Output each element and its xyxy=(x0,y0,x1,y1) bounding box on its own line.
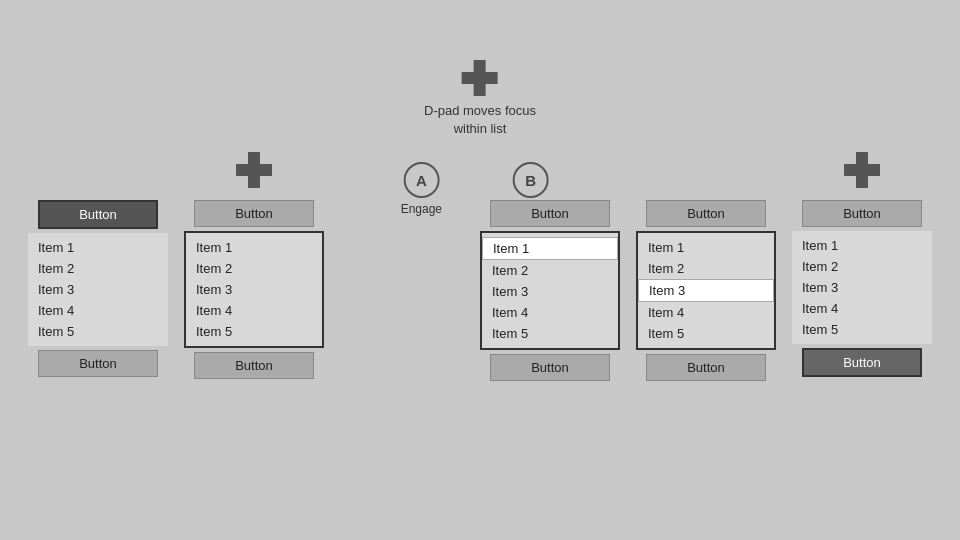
list-item[interactable]: Item 5 xyxy=(792,319,932,340)
list-item[interactable]: Item 4 xyxy=(186,300,322,321)
panel2-bottom-button[interactable]: Button xyxy=(194,352,314,379)
panel5-list: Item 1 Item 2 Item 3 Item 4 Item 5 xyxy=(792,231,932,344)
info-text: D-pad moves focuswithin list xyxy=(424,102,536,138)
panel3-list: Item 1 Item 2 Item 3 Item 4 Item 5 xyxy=(480,231,620,350)
list-item[interactable]: Item 2 xyxy=(792,256,932,277)
list-item[interactable]: Item 4 xyxy=(792,298,932,319)
panel-5: Button Item 1 Item 2 Item 3 Item 4 Item … xyxy=(792,150,932,377)
panel2-list: Item 1 Item 2 Item 3 Item 4 Item 5 xyxy=(184,231,324,348)
panel5-icon xyxy=(844,150,880,190)
list-item[interactable]: Item 2 xyxy=(482,260,618,281)
panel3-top-button[interactable]: Button xyxy=(490,200,610,227)
list-item[interactable]: Item 4 xyxy=(638,302,774,323)
list-item[interactable]: Item 2 xyxy=(186,258,322,279)
list-item[interactable]: Item 3 xyxy=(186,279,322,300)
panel4-list: Item 1 Item 2 Item 3 Item 4 Item 5 xyxy=(636,231,776,350)
list-item[interactable]: Item 1 xyxy=(638,237,774,258)
panel4-bottom-button[interactable]: Button xyxy=(646,354,766,381)
panel-4: Button Item 1 Item 2 Item 3 Item 4 Item … xyxy=(636,150,776,381)
list-item[interactable]: Item 5 xyxy=(638,323,774,344)
dpad-top-icon xyxy=(462,60,498,96)
list-item[interactable]: Item 3 xyxy=(482,281,618,302)
panels-row: Button Item 1 Item 2 Item 3 Item 4 Item … xyxy=(0,150,960,381)
list-item[interactable]: Item 1 xyxy=(186,237,322,258)
panel2-top-button[interactable]: Button xyxy=(194,200,314,227)
list-item[interactable]: Item 2 xyxy=(638,258,774,279)
list-item[interactable]: Item 3 xyxy=(792,277,932,298)
panel-2: Button Item 1 Item 2 Item 3 Item 4 Item … xyxy=(184,150,324,379)
panel2-icon xyxy=(236,150,272,190)
list-item[interactable]: Item 1 xyxy=(792,235,932,256)
panel-1: Button Item 1 Item 2 Item 3 Item 4 Item … xyxy=(28,150,168,377)
panel1-list: Item 1 Item 2 Item 3 Item 4 Item 5 xyxy=(28,233,168,346)
panel3-bottom-button[interactable]: Button xyxy=(490,354,610,381)
list-item[interactable]: Item 1 xyxy=(482,237,618,260)
list-item[interactable]: Item 5 xyxy=(186,321,322,342)
list-item[interactable]: Item 4 xyxy=(482,302,618,323)
list-item[interactable]: Item 5 xyxy=(482,323,618,344)
panel5-bottom-button[interactable]: Button xyxy=(802,348,922,377)
list-item[interactable]: Item 1 xyxy=(28,237,168,258)
panel-3: Button Item 1 Item 2 Item 3 Item 4 Item … xyxy=(480,150,620,381)
list-item[interactable]: Item 3 xyxy=(28,279,168,300)
list-item[interactable]: Item 4 xyxy=(28,300,168,321)
panel4-top-button[interactable]: Button xyxy=(646,200,766,227)
list-item[interactable]: Item 2 xyxy=(28,258,168,279)
list-item[interactable]: Item 3 xyxy=(638,279,774,302)
panel5-top-button[interactable]: Button xyxy=(802,200,922,227)
panel1-bottom-button[interactable]: Button xyxy=(38,350,158,377)
panel1-top-button[interactable]: Button xyxy=(38,200,158,229)
list-item[interactable]: Item 5 xyxy=(28,321,168,342)
